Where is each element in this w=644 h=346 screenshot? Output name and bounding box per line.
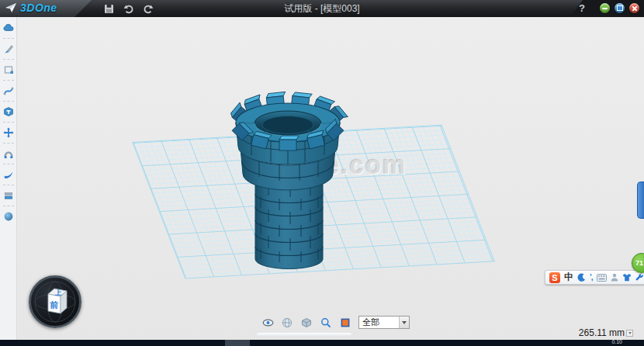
measurement-unit-dropdown[interactable] <box>626 330 633 337</box>
swoosh-icon <box>3 169 14 180</box>
3done-app-window: 3DOne <box>0 0 644 346</box>
right-panel-handle[interactable] <box>637 182 644 219</box>
bottom-highlight-bar <box>257 333 351 337</box>
sidebar-tool-special-feature[interactable] <box>1 104 16 119</box>
redo-icon <box>143 4 154 14</box>
chevron-down-icon <box>628 332 632 334</box>
sidebar-tool-render[interactable] <box>1 209 16 224</box>
ime-mode-toggle[interactable]: 中 <box>564 271 573 284</box>
selection-filter-dropdown[interactable]: 全部 <box>358 316 410 329</box>
sidebar-tool-deform[interactable] <box>1 167 16 182</box>
ime-punctuation-toggle[interactable]: ’, <box>590 273 593 282</box>
ime-toolbar: S 中 ’, <box>545 270 644 285</box>
save-icon <box>104 4 114 14</box>
paper-plane-icon <box>5 2 17 13</box>
view-toolbar: 全部 <box>261 316 410 329</box>
taskbar-segment[interactable] <box>225 340 250 346</box>
sidebar-tool-sketch-draw[interactable] <box>1 41 16 57</box>
view-cube-front-label: 前 <box>50 300 59 310</box>
keyboard-icon[interactable] <box>597 274 607 282</box>
save-button[interactable] <box>102 2 116 15</box>
os-taskbar: 0.10 <box>0 340 644 346</box>
wrench-icon[interactable] <box>635 273 644 282</box>
spline-icon <box>3 85 14 96</box>
dropdown-arrow-button[interactable] <box>399 317 409 328</box>
magnifier-icon <box>320 317 331 328</box>
undo-button[interactable] <box>122 2 135 15</box>
view-navigation-ball[interactable]: 上 前 <box>29 275 81 328</box>
sidebar-separator <box>3 164 14 164</box>
sidebar-tool-material[interactable] <box>1 188 16 203</box>
undo-icon <box>123 4 134 14</box>
sphere-icon <box>3 211 14 222</box>
quick-toolbar <box>102 2 154 15</box>
sidebar-separator <box>3 80 14 81</box>
titlebar: 3DOne <box>0 0 644 17</box>
cube-t-icon <box>3 106 14 117</box>
taskbar-clipped-text: 0.10 <box>611 339 622 344</box>
shirt-icon[interactable] <box>622 273 632 282</box>
shaded-cube-icon <box>301 317 312 328</box>
sidebar-separator <box>3 38 14 39</box>
measurement-value: 265.11 mm <box>579 327 625 338</box>
zoom-button[interactable] <box>320 317 332 329</box>
window-title: 试用版 - [模型003] <box>0 0 644 17</box>
move-arrows-icon <box>3 127 14 138</box>
chevron-down-icon <box>402 321 407 324</box>
sidebar-separator <box>3 206 14 206</box>
sidebar-separator <box>3 185 14 185</box>
app-logo: 3DOne <box>5 2 57 14</box>
sidebar-tool-feature-curve[interactable] <box>1 83 16 99</box>
minimize-button[interactable] <box>600 3 610 13</box>
left-tool-sidebar <box>0 17 17 340</box>
display-mode-button[interactable] <box>300 317 313 329</box>
cloud-icon <box>3 22 14 33</box>
sidebar-tool-sketch-edit[interactable] <box>1 62 16 78</box>
app-logo-text: 3DOne <box>20 2 57 14</box>
redo-button[interactable] <box>141 2 154 15</box>
sidebar-tool-model-library[interactable] <box>1 20 16 36</box>
view-cube[interactable]: 上 前 <box>29 275 81 328</box>
magnet-icon <box>3 148 14 159</box>
sidebar-separator <box>3 59 14 60</box>
speed-ball-value: 71 <box>635 259 643 267</box>
close-button[interactable] <box>629 3 639 13</box>
maximize-button[interactable] <box>615 3 625 13</box>
tower-body <box>255 180 323 269</box>
globe-icon <box>282 317 293 328</box>
brush-icon <box>3 43 14 54</box>
sidebar-separator <box>3 101 14 102</box>
view-orientation-button[interactable] <box>281 317 293 329</box>
view-cube-top-label: 上 <box>54 289 62 296</box>
measurement-readout: 265.11 mm <box>579 327 633 338</box>
visibility-button[interactable] <box>261 317 274 329</box>
rectangle-icon <box>3 64 14 75</box>
tower-model[interactable] <box>228 87 352 273</box>
sidebar-tool-assembly[interactable] <box>1 146 16 161</box>
layers-icon <box>3 190 14 201</box>
eye-icon <box>262 317 274 328</box>
moon-icon[interactable] <box>577 273 586 282</box>
ime-logo[interactable]: S <box>549 272 560 283</box>
sidebar-separator <box>3 122 14 123</box>
help-button[interactable]: ? <box>576 2 588 16</box>
clip-box-icon <box>340 317 351 328</box>
person-icon[interactable] <box>611 273 618 282</box>
selection-filter-value: 全部 <box>359 317 399 328</box>
sidebar-tool-basic-edit[interactable] <box>1 125 16 140</box>
sidebar-separator <box>3 143 14 144</box>
3d-viewport[interactable]: 3DOne.com <box>18 17 644 340</box>
window-controls <box>600 3 639 13</box>
clip-box-button[interactable] <box>339 317 351 329</box>
